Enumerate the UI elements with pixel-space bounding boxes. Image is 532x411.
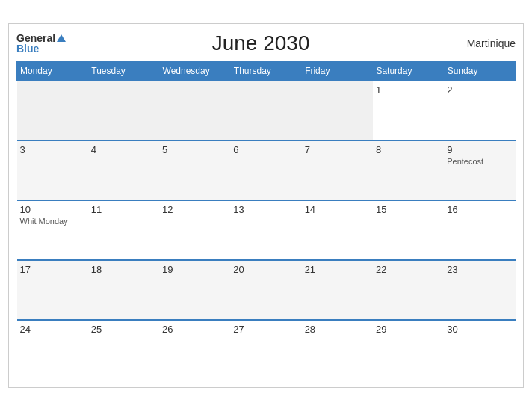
day-number: 16 <box>447 204 512 215</box>
calendar-header-row: MondayTuesdayWednesdayThursdayFridaySatu… <box>17 62 516 81</box>
calendar-cell: 24 <box>17 320 88 380</box>
calendar-cell <box>230 81 301 140</box>
day-number: 17 <box>20 264 85 275</box>
calendar-region: Martinique <box>456 37 516 49</box>
calendar-cell: 20 <box>230 260 301 320</box>
day-number: 7 <box>305 144 370 155</box>
calendar: General Blue June 2030 Martinique Monday… <box>8 23 524 388</box>
logo-triangle-icon <box>57 34 66 42</box>
calendar-cell: 6 <box>230 140 301 200</box>
calendar-cell: 5 <box>159 140 230 200</box>
calendar-cell: 11 <box>88 200 159 260</box>
calendar-table: MondayTuesdayWednesdayThursdayFridaySatu… <box>16 61 516 380</box>
day-number: 19 <box>162 264 227 275</box>
calendar-cell: 15 <box>373 200 444 260</box>
day-number: 25 <box>91 324 156 335</box>
day-number: 18 <box>91 264 156 275</box>
calendar-cell: 23 <box>444 260 515 320</box>
day-number: 14 <box>305 204 370 215</box>
calendar-cell: 7 <box>302 140 373 200</box>
day-number: 2 <box>447 84 512 96</box>
calendar-cell <box>88 81 159 140</box>
calendar-cell <box>17 81 88 140</box>
calendar-cell: 8 <box>373 140 444 200</box>
day-number: 3 <box>20 144 85 155</box>
calendar-cell: 29 <box>373 320 444 380</box>
day-number: 15 <box>376 204 441 215</box>
calendar-cell: 27 <box>230 320 301 380</box>
day-event: Whit Monday <box>20 217 85 226</box>
day-number: 30 <box>447 324 512 335</box>
day-number: 22 <box>376 264 441 275</box>
calendar-cell: 19 <box>159 260 230 320</box>
calendar-cell: 16 <box>444 200 515 260</box>
day-number: 26 <box>162 324 227 335</box>
col-header-friday: Friday <box>302 62 373 81</box>
calendar-cell: 3 <box>17 140 88 200</box>
week-row-3: 10Whit Monday111213141516 <box>17 200 516 260</box>
week-row-1: 12 <box>17 81 516 140</box>
calendar-cell: 21 <box>302 260 373 320</box>
day-number: 6 <box>233 144 298 155</box>
logo-blue-text: Blue <box>16 43 39 54</box>
calendar-cell: 13 <box>230 200 301 260</box>
day-number: 23 <box>447 264 512 275</box>
calendar-cell: 18 <box>88 260 159 320</box>
calendar-cell: 26 <box>159 320 230 380</box>
calendar-cell: 22 <box>373 260 444 320</box>
day-number: 4 <box>91 144 156 155</box>
day-number: 5 <box>162 144 227 155</box>
col-header-thursday: Thursday <box>230 62 301 81</box>
calendar-header: General Blue June 2030 Martinique <box>16 31 516 55</box>
logo-general-text: General <box>16 33 55 43</box>
calendar-cell: 9Pentecost <box>444 140 515 200</box>
calendar-cell: 17 <box>17 260 88 320</box>
calendar-cell: 30 <box>444 320 515 380</box>
logo: General Blue <box>16 33 66 54</box>
day-number: 8 <box>376 144 441 155</box>
calendar-title: June 2030 <box>66 31 456 55</box>
calendar-cell: 10Whit Monday <box>17 200 88 260</box>
week-row-4: 17181920212223 <box>17 260 516 320</box>
day-number: 1 <box>376 84 441 96</box>
calendar-cell <box>159 81 230 140</box>
day-number: 28 <box>305 324 370 335</box>
calendar-cell: 12 <box>159 200 230 260</box>
week-row-2: 3456789Pentecost <box>17 140 516 200</box>
calendar-cell: 14 <box>302 200 373 260</box>
day-number: 9 <box>447 144 512 155</box>
day-number: 20 <box>233 264 298 275</box>
day-number: 10 <box>20 204 85 215</box>
day-event: Pentecost <box>447 157 512 166</box>
col-header-tuesday: Tuesday <box>88 62 159 81</box>
day-number: 12 <box>162 204 227 215</box>
calendar-cell: 1 <box>373 81 444 140</box>
calendar-cell: 4 <box>88 140 159 200</box>
calendar-cell: 25 <box>88 320 159 380</box>
col-header-wednesday: Wednesday <box>159 62 230 81</box>
day-number: 29 <box>376 324 441 335</box>
calendar-cell: 28 <box>302 320 373 380</box>
col-header-sunday: Sunday <box>444 62 515 81</box>
week-row-5: 24252627282930 <box>17 320 516 380</box>
day-number: 21 <box>305 264 370 275</box>
col-header-monday: Monday <box>17 62 88 81</box>
calendar-cell: 2 <box>444 81 515 140</box>
col-header-saturday: Saturday <box>373 62 444 81</box>
day-number: 27 <box>233 324 298 335</box>
calendar-cell <box>302 81 373 140</box>
day-number: 11 <box>91 204 156 215</box>
day-number: 13 <box>233 204 298 215</box>
day-number: 24 <box>20 324 85 335</box>
